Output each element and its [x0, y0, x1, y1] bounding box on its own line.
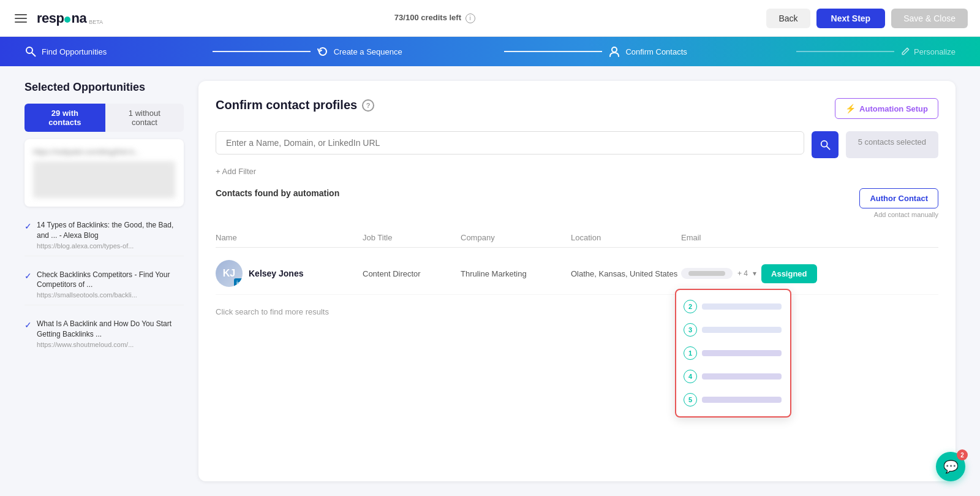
- dropdown-item[interactable]: 5: [676, 388, 790, 411]
- contacts-table: Name Job Title Company Location Email KJ…: [216, 228, 938, 295]
- opp-item-title: 14 Types of Backlinks: the Good, the Bad…: [37, 220, 184, 241]
- dropdown-item-text: [702, 350, 782, 356]
- assigned-badge: Assigned: [761, 264, 817, 283]
- opp-item-title: What Is A Backlink and How Do You Start …: [37, 319, 184, 340]
- panel-title: Confirm contact profiles ?: [216, 98, 374, 112]
- search-button[interactable]: [812, 131, 839, 158]
- search-row: 5 contacts selected: [216, 131, 938, 158]
- credits-count: 73/100 credits left: [394, 13, 461, 22]
- contact-location: Olathe, Kansas, United States: [571, 269, 681, 278]
- email-pill: [681, 268, 733, 279]
- step-personalize[interactable]: Personalize: [900, 47, 956, 56]
- panel-header: Confirm contact profiles ? ⚡ Automation …: [216, 98, 938, 119]
- header-email: Email: [681, 233, 938, 242]
- automation-setup-button[interactable]: ⚡ Automation Setup: [835, 98, 938, 119]
- check-icon: ✓: [24, 271, 32, 281]
- list-item[interactable]: ✓ 14 Types of Backlinks: the Good, the B…: [24, 214, 184, 256]
- progress-bar: Find Opportunities Create a Sequence Con…: [0, 37, 980, 66]
- hamburger-menu[interactable]: [12, 12, 29, 25]
- chat-icon: 💬: [943, 459, 959, 474]
- opp-item-url: https://blog.alexa.com/types-of...: [37, 242, 184, 250]
- credits-info-icon[interactable]: i: [466, 13, 475, 23]
- opp-item-url: https://www.shoutmeloud.com/...: [37, 341, 184, 348]
- step-create-sequence[interactable]: Create a Sequence: [317, 45, 499, 58]
- dropdown-item-text: [702, 303, 782, 310]
- search-icon: [820, 139, 831, 150]
- author-contact-section: Author Contact Add contact manually: [859, 188, 938, 218]
- contacts-selected-badge: 5 contacts selected: [846, 131, 938, 158]
- dropdown-item[interactable]: 2: [676, 295, 790, 318]
- email-chevron-button[interactable]: ▾: [753, 269, 756, 278]
- avatar: KJ in: [216, 260, 243, 287]
- person-icon: [608, 45, 620, 58]
- add-contact-manually: Add contact manually: [859, 211, 938, 218]
- email-dropdown: 2 3 1 4: [675, 289, 791, 418]
- lightning-icon: ⚡: [845, 104, 856, 113]
- panel-title-text: Confirm contact profiles: [216, 98, 357, 112]
- dropdown-item[interactable]: 4: [676, 365, 790, 388]
- num-badge: 5: [684, 393, 697, 406]
- chat-bubble[interactable]: 💬 2: [936, 452, 965, 481]
- dropdown-item-text: [702, 373, 782, 380]
- contact-name-cell: KJ in Kelsey Jones: [216, 260, 363, 287]
- email-count: + 4: [737, 269, 748, 278]
- search-input-wrap: [216, 131, 804, 158]
- svg-line-1: [32, 53, 36, 56]
- logo-text: respna: [37, 10, 86, 26]
- selected-opportunities-title: Selected Opportunities: [24, 81, 184, 94]
- step-find-opportunities[interactable]: Find Opportunities: [24, 45, 206, 58]
- opp-item-title: Check Backlinks Competitors - Find Your …: [37, 270, 184, 291]
- header-job-title: Job Title: [363, 233, 461, 242]
- next-step-button[interactable]: Next Step: [816, 9, 886, 28]
- contacts-found-label: Contacts found by automation: [216, 188, 339, 198]
- opportunity-cards: https://neilpatel.com/blog/link-b... ✓ 1…: [24, 139, 184, 354]
- header-name: Name: [216, 233, 363, 242]
- section-header-row: Contacts found by automation Author Cont…: [216, 188, 938, 218]
- opp-card-url: https://neilpatel.com/blog/link-b...: [33, 148, 175, 156]
- add-filter[interactable]: + Add Filter: [216, 167, 938, 176]
- step-label: Personalize: [914, 47, 956, 56]
- opp-card-top[interactable]: https://neilpatel.com/blog/link-b...: [24, 139, 184, 207]
- header-location: Location: [571, 233, 681, 242]
- svg-point-3: [821, 141, 827, 147]
- email-cell-wrap: + 4 ▾ Assigned: [681, 264, 938, 283]
- refresh-icon: [317, 45, 329, 58]
- back-button[interactable]: Back: [766, 9, 810, 28]
- save-close-button[interactable]: Save & Close: [891, 9, 968, 28]
- table-row: KJ in Kelsey Jones Content Director Thru…: [216, 253, 938, 295]
- tab-with-contacts[interactable]: 29 with contacts: [24, 104, 105, 132]
- logo-beta: BETA: [89, 19, 103, 25]
- email-cell: + 4 ▾ Assigned 2 3: [681, 264, 938, 283]
- dropdown-item[interactable]: 3: [676, 318, 790, 341]
- svg-line-4: [826, 147, 829, 150]
- dropdown-item[interactable]: 1: [676, 341, 790, 365]
- opp-card-thumbnail: [33, 161, 175, 198]
- automation-label: Automation Setup: [859, 104, 928, 113]
- num-badge: 2: [684, 300, 697, 313]
- step-confirm-contacts[interactable]: Confirm Contacts: [608, 45, 790, 58]
- credits-info: 73/100 credits left i: [394, 13, 475, 23]
- edit-icon: [900, 47, 910, 56]
- header-company: Company: [461, 233, 571, 242]
- dropdown-item-text: [702, 397, 782, 403]
- contact-job-title: Content Director: [363, 269, 461, 278]
- step-label: Create a Sequence: [334, 47, 402, 56]
- logo: respna BETA: [37, 10, 103, 26]
- progress-steps: Find Opportunities Create a Sequence Con…: [24, 45, 956, 58]
- table-header-row: Name Job Title Company Location Email: [216, 228, 938, 248]
- opp-item-text: Check Backlinks Competitors - Find Your …: [37, 270, 184, 299]
- tab-without-contact[interactable]: 1 without contact: [105, 104, 184, 132]
- check-icon: ✓: [24, 221, 32, 231]
- help-icon[interactable]: ?: [362, 99, 374, 112]
- list-item[interactable]: ✓ What Is A Backlink and How Do You Star…: [24, 313, 184, 354]
- opp-item-text: 14 Types of Backlinks: the Good, the Bad…: [37, 220, 184, 250]
- main-content: Selected Opportunities 29 with contacts …: [0, 66, 980, 496]
- author-contact-button[interactable]: Author Contact: [859, 188, 938, 208]
- opp-item-url: https://smallseotools.com/backli...: [37, 291, 184, 299]
- step-label: Find Opportunities: [42, 47, 107, 56]
- search-input[interactable]: [216, 131, 804, 155]
- svg-point-2: [612, 47, 617, 52]
- list-item[interactable]: ✓ Check Backlinks Competitors - Find You…: [24, 264, 184, 306]
- topbar-left: respna BETA: [12, 10, 103, 26]
- check-icon: ✓: [24, 320, 32, 330]
